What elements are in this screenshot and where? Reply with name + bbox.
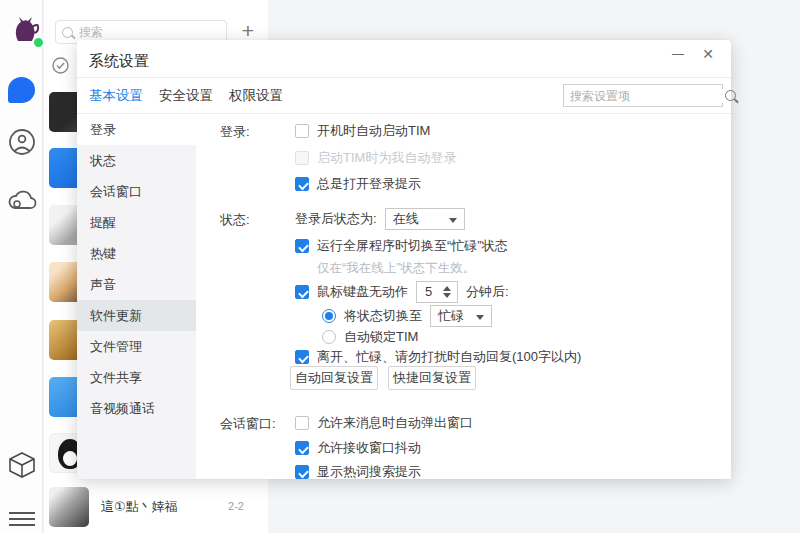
online-status-dot [32,36,45,49]
stepper-down-icon[interactable] [443,293,451,298]
user-avatar[interactable] [8,13,42,47]
chevron-down-icon [449,218,457,223]
header-divider [77,77,731,78]
session-section-label: 会话窗口: [220,415,276,433]
settings-content: 登录: 开机时自动启动TIM 启动TIM时为我自动登录 总是打开登录提示 状态:… [196,114,731,479]
search-icon [62,27,73,38]
settings-search-box[interactable] [563,84,723,107]
nav-item-software-update[interactable]: 软件更新 [77,300,196,331]
checkbox-label: 开机时自动启动TIM [317,122,430,140]
checkbox-unchecked[interactable] [295,416,309,430]
autostart-row[interactable]: 开机时自动启动TIM [295,121,430,141]
apps-button[interactable] [0,450,43,480]
nav-item-sound[interactable]: 声音 [77,269,196,300]
radio-unselected[interactable] [322,330,336,344]
checkbox-unchecked[interactable] [295,124,309,138]
close-button[interactable]: ✕ [695,42,721,66]
system-settings-dialog: 系统设置 — ✕ 基本设置 安全设置 权限设置 登录 状态 会话窗口 提醒 热键… [77,40,731,479]
auto-lock-row[interactable]: 自动锁定TIM [322,327,418,347]
checkbox-label: 运行全屏程序时切换至“忙碌”状态 [317,237,508,255]
tab-permission-settings[interactable]: 权限设置 [229,87,283,113]
stepper-suffix: 分钟后: [466,283,509,301]
contacts-icon [8,128,36,156]
settings-nav: 登录 状态 会话窗口 提醒 热键 声音 软件更新 文件管理 文件共享 音视频通话 [77,114,196,479]
radio-label: 将状态切换至 [344,307,422,325]
checkbox-label: 总是打开登录提示 [317,175,421,193]
autoreply-settings-button[interactable]: 自动回复设置 [290,366,378,390]
minimize-button[interactable]: — [665,42,691,66]
stepper-value: 5 [425,284,432,299]
fullscreen-note: 仅在“我在线上”状态下生效。 [317,258,475,278]
read-all-icon[interactable] [52,57,69,78]
minutes-stepper[interactable]: 5 [416,281,458,303]
cloud-icon [7,188,37,212]
conversation-avatar[interactable] [49,487,89,527]
checkbox-checked[interactable] [295,441,309,455]
nav-item-login[interactable]: 登录 [77,114,196,145]
popup-row[interactable]: 允许来消息时自动弹出窗口 [295,413,473,433]
status-section-label: 状态: [220,211,250,229]
shake-row[interactable]: 允许接收窗口抖动 [295,438,421,458]
nav-item-reminder[interactable]: 提醒 [77,207,196,238]
cloud-files-tab[interactable] [0,188,43,212]
tab-basic-settings[interactable]: 基本设置 [89,87,143,115]
autologin-row: 启动TIM时为我自动登录 [295,148,456,168]
tab-security-settings[interactable]: 安全设置 [159,87,213,113]
dropdown-value: 忙碌 [438,307,464,325]
switch-status-row[interactable]: 将状态切换至 忙碌 [322,304,492,328]
fullscreen-busy-row[interactable]: 运行全屏程序时切换至“忙碌”状态 [295,236,508,256]
checkbox-checked[interactable] [295,350,309,364]
quickreply-settings-button[interactable]: 快捷回复设置 [388,366,476,390]
autoreply-row[interactable]: 离开、忙碌、请勿打扰时自动回复(100字以内) [295,347,581,367]
chevron-down-icon [476,315,484,320]
checkbox-label: 鼠标键盘无动作 [317,283,408,301]
left-rail [0,0,43,533]
after-login-status-row: 登录后状态为: 在线 [295,207,465,231]
checkbox-label: 允许接收窗口抖动 [317,439,421,457]
checkbox-label: 显示热词搜索提示 [317,463,421,481]
nav-item-file-sharing[interactable]: 文件共享 [77,362,196,393]
conversation-name[interactable]: 這①點丶婞福 [101,498,178,516]
dropdown-value: 在线 [393,210,419,228]
dialog-title: 系统设置 [89,52,149,71]
checkbox-checked[interactable] [295,465,309,479]
checkbox-checked[interactable] [295,239,309,253]
checkbox-label: 启动TIM时为我自动登录 [317,149,456,167]
menu-icon [9,512,35,514]
nav-item-status[interactable]: 状态 [77,145,196,176]
nav-item-file-management[interactable]: 文件管理 [77,331,196,362]
radio-label: 自动锁定TIM [344,328,418,346]
nav-item-hotkey[interactable]: 热键 [77,238,196,269]
login-section-label: 登录: [220,123,250,141]
search-input[interactable] [79,25,199,39]
login-prompt-row[interactable]: 总是打开登录提示 [295,174,421,194]
checkbox-label: 允许来消息时自动弹出窗口 [317,414,473,432]
nav-item-av-call[interactable]: 音视频通话 [77,393,196,424]
radio-selected[interactable] [322,309,336,323]
busy-dropdown[interactable]: 忙碌 [430,305,492,327]
nav-item-session-window[interactable]: 会话窗口 [77,176,196,207]
app-box-icon [7,450,37,480]
checkbox-disabled [295,151,309,165]
checkbox-checked[interactable] [295,177,309,191]
checkbox-checked[interactable] [295,285,309,299]
stepper-up-icon[interactable] [443,286,451,291]
settings-search-input[interactable] [570,89,725,103]
checkbox-label: 离开、忙碌、请勿打扰时自动回复(100字以内) [317,348,581,366]
hotword-row[interactable]: 显示热词搜索提示 [295,462,421,482]
main-menu-button[interactable] [0,508,43,530]
idle-row[interactable]: 鼠标键盘无动作 5 分钟后: [295,280,509,304]
dropdown-label: 登录后状态为: [295,210,377,228]
status-dropdown[interactable]: 在线 [385,208,465,230]
messages-tab[interactable] [0,77,43,103]
chat-bubble-icon [8,77,35,103]
conversation-time: 2-2 [228,500,244,512]
contacts-tab[interactable] [0,128,43,156]
search-icon [725,90,736,101]
tim-main-window: + 這①點丶婞福 2-2 系统设置 — ✕ 基本设置 安全设置 权限设置 [0,0,800,533]
